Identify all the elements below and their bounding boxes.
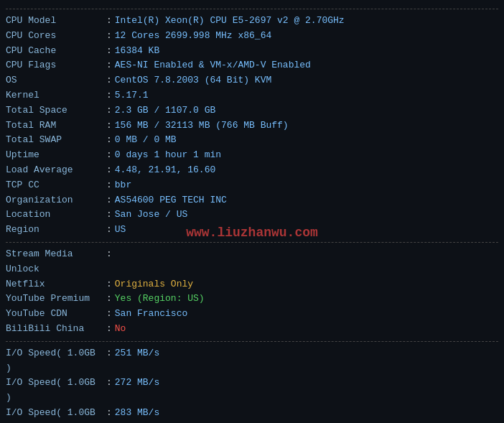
youtube-cdn-value: San Francisco xyxy=(115,307,187,322)
uptime-value: 0 days 1 hour 1 min xyxy=(115,148,221,163)
table-row: OS : CentOS 7.8.2003 (64 Bit) KVM xyxy=(6,73,498,88)
cpu-flags-label: CPU Flags xyxy=(6,58,106,73)
tcp-cc-value: bbr xyxy=(115,178,131,193)
colon: : xyxy=(106,247,112,277)
divider-after-stream xyxy=(6,341,498,342)
cpu-model-label: CPU Model xyxy=(6,14,106,29)
io-speed-2-value: 272 MB/s xyxy=(115,376,159,406)
table-row: CPU Cache : 16384 KB xyxy=(6,44,498,59)
location-label: Location xyxy=(6,208,106,223)
cpu-cores-value: 12 Cores 2699.998 MHz x86_64 xyxy=(115,29,271,44)
colon: : xyxy=(106,14,112,29)
table-row: TCP CC : bbr xyxy=(6,178,498,193)
table-row: CPU Flags : AES-NI Enabled & VM-x/AMD-V … xyxy=(6,58,498,73)
cpu-cache-label: CPU Cache xyxy=(6,44,106,59)
io-speed-2-label: I/O Speed( 1.0GB ) xyxy=(6,376,106,406)
watermark-text: www.liuzhanwu.com xyxy=(186,223,318,243)
table-row: Kernel : 5.17.1 xyxy=(6,88,498,103)
table-row: BiliBili China : No xyxy=(6,322,498,337)
colon: : xyxy=(106,193,112,208)
os-value: CentOS 7.8.2003 (64 Bit) KVM xyxy=(115,73,271,88)
table-row: I/O Speed( 1.0GB ) : 272 MB/s xyxy=(6,376,498,406)
bilibili-value: No xyxy=(115,322,126,337)
total-ram-value: 156 MB / 32113 MB (766 MB Buff) xyxy=(115,118,289,134)
colon: : xyxy=(106,88,112,103)
organization-label: Organization xyxy=(6,193,106,208)
youtube-cdn-label: YouTube CDN xyxy=(6,307,106,322)
table-row: Total RAM : 156 MB / 32113 MB (766 MB Bu… xyxy=(6,118,498,134)
tcp-cc-label: TCP CC xyxy=(6,178,106,193)
cpu-cores-label: CPU Cores xyxy=(6,29,106,44)
table-row: Netflix : Originals Only xyxy=(6,277,498,292)
colon: : xyxy=(106,292,112,307)
uptime-label: Uptime xyxy=(6,148,106,163)
total-ram-label: Total RAM xyxy=(6,118,106,134)
colon: : xyxy=(106,208,112,223)
region-value: US xyxy=(115,223,126,238)
total-space-value: 2.3 GB / 1107.0 GB xyxy=(115,103,215,118)
os-label: OS xyxy=(6,73,106,88)
netflix-label: Netflix xyxy=(6,277,106,292)
stream-section: Stream Media Unlock : Netflix : Original… xyxy=(6,247,498,337)
colon: : xyxy=(106,406,112,423)
table-row: Stream Media Unlock : xyxy=(6,247,498,277)
total-swap-label: Total SWAP xyxy=(6,133,106,148)
table-row: I/O Speed( 1.0GB ) : 283 MB/s xyxy=(6,406,498,423)
table-row: Region : US www.liuzhanwu.com xyxy=(6,223,498,238)
io-speed-1-value: 251 MB/s xyxy=(115,346,159,376)
colon: : xyxy=(106,58,112,73)
organization-value: AS54600 PEG TECH INC xyxy=(115,193,227,208)
cpu-section: CPU Model : Intel(R) Xeon(R) CPU E5-2697… xyxy=(6,14,498,238)
total-swap-value: 0 MB / 0 MB xyxy=(115,133,177,148)
colon: : xyxy=(106,223,112,238)
colon: : xyxy=(106,307,112,322)
cpu-model-value: Intel(R) Xeon(R) CPU E5-2697 v2 @ 2.70GH… xyxy=(115,14,345,29)
table-row: Load Average : 4.48, 21.91, 16.60 xyxy=(6,163,498,178)
colon: : xyxy=(106,322,112,337)
youtube-premium-label: YouTube Premium xyxy=(6,292,106,307)
table-row: I/O Speed( 1.0GB ) : 251 MB/s xyxy=(6,346,498,376)
kernel-label: Kernel xyxy=(6,88,106,103)
total-space-label: Total Space xyxy=(6,103,106,118)
table-row: YouTube Premium : Yes (Region: US) xyxy=(6,292,498,307)
colon: : xyxy=(106,73,112,88)
divider-after-cpu xyxy=(6,242,498,243)
table-row: Total SWAP : 0 MB / 0 MB xyxy=(6,133,498,148)
colon: : xyxy=(106,29,112,44)
io-speed-1-label: I/O Speed( 1.0GB ) xyxy=(6,346,106,376)
io-speed-3-value: 283 MB/s xyxy=(115,406,159,423)
colon: : xyxy=(106,376,112,406)
table-row: Organization : AS54600 PEG TECH INC xyxy=(6,193,498,208)
load-average-value: 4.48, 21.91, 16.60 xyxy=(115,163,215,178)
colon: : xyxy=(106,346,112,376)
io-speed-3-label: I/O Speed( 1.0GB ) xyxy=(6,406,106,423)
table-row: CPU Cores : 12 Cores 2699.998 MHz x86_64 xyxy=(6,29,498,44)
colon: : xyxy=(106,277,112,292)
main-container: CPU Model : Intel(R) Xeon(R) CPU E5-2697… xyxy=(6,9,498,423)
load-average-label: Load Average xyxy=(6,163,106,178)
colon: : xyxy=(106,103,112,118)
table-row: CPU Model : Intel(R) Xeon(R) CPU E5-2697… xyxy=(6,14,498,29)
table-row: Total Space : 2.3 GB / 1107.0 GB xyxy=(6,103,498,118)
cpu-cache-value: 16384 KB xyxy=(115,44,159,59)
top-divider xyxy=(6,9,498,9)
colon: : xyxy=(106,133,112,148)
kernel-value: 5.17.1 xyxy=(115,88,149,103)
location-value: San Jose / US xyxy=(115,208,187,223)
table-row: Uptime : 0 days 1 hour 1 min xyxy=(6,148,498,163)
table-row: YouTube CDN : San Francisco xyxy=(6,307,498,322)
netflix-value: Originals Only xyxy=(115,277,193,292)
colon: : xyxy=(106,118,112,134)
colon: : xyxy=(106,163,112,178)
io-section: I/O Speed( 1.0GB ) : 251 MB/s I/O Speed(… xyxy=(6,346,498,423)
colon: : xyxy=(106,178,112,193)
stream-unlock-label: Stream Media Unlock xyxy=(6,247,106,277)
colon: : xyxy=(106,148,112,163)
region-label: Region xyxy=(6,223,106,238)
bilibili-label: BiliBili China xyxy=(6,322,106,337)
cpu-flags-value: AES-NI Enabled & VM-x/AMD-V Enabled xyxy=(115,58,311,73)
table-row: Location : San Jose / US xyxy=(6,208,498,223)
youtube-premium-value: Yes (Region: US) xyxy=(115,292,205,307)
colon: : xyxy=(106,44,112,59)
